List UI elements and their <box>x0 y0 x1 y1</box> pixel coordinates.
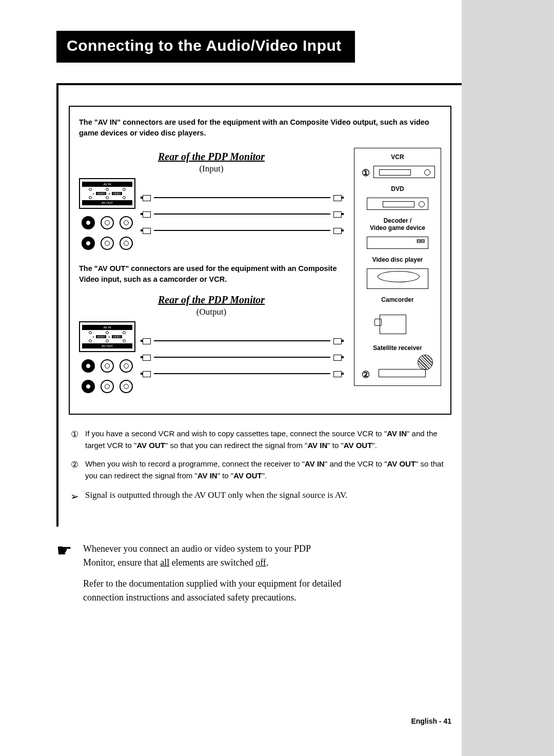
video-label: VIDEO <box>112 335 122 338</box>
camcorder-icon <box>374 308 421 337</box>
page-title-box: Connecting to the Audio/Video Input <box>56 31 355 63</box>
rca-jack-icon <box>101 216 114 229</box>
device-list: VCR ① DVD Decoder / Video game device Vi… <box>354 148 441 386</box>
video-label: VIDEO <box>112 192 122 195</box>
panel-label-box: AV IN ● AUDIO ● VIDEO AV OUT <box>79 321 135 352</box>
av-in-label: AV IN <box>82 325 132 330</box>
panel-label-box: AV IN ● AUDIO ● VIDEO AV OUT <box>79 178 135 209</box>
arrow-icon: ➢ <box>69 489 80 504</box>
r-icon: ● <box>108 192 110 195</box>
device-list-column: VCR ① DVD Decoder / Video game device Vi… <box>354 148 441 404</box>
diagram-columns: Rear of the PDP Monitor (Input) AV IN ● … <box>79 148 441 404</box>
rca-jack-icon <box>120 359 133 373</box>
footer-text: Whenever you connect an audio or video s… <box>83 542 344 605</box>
l-icon: ● <box>92 192 94 195</box>
diagram-left-column: Rear of the PDP Monitor (Input) AV IN ● … <box>79 148 344 404</box>
notes-list: ① If you have a second VCR and wish to c… <box>69 428 451 504</box>
av-in-label: AV IN <box>82 182 132 187</box>
page-gray-margin <box>462 0 554 756</box>
rca-jack-icon <box>120 380 133 393</box>
rca-jack-icon <box>82 216 95 229</box>
rca-jack-icon <box>101 380 114 393</box>
rca-plug-icon <box>141 370 154 377</box>
av-out-description: The "AV OUT" connectors are used for the… <box>79 263 344 285</box>
note-3: ➢ Signal is outputted through the AV OUT… <box>69 489 451 504</box>
inner-frame: The "AV IN" connectors are used for the … <box>69 106 451 415</box>
rca-jack-icon <box>120 216 133 229</box>
rca-jack-icon <box>82 359 95 373</box>
rca-jack-icon <box>82 380 95 393</box>
vcr-icon <box>373 166 435 178</box>
rear-title-input: Rear of the PDP Monitor <box>79 151 344 163</box>
rca-plug-icon <box>141 194 154 201</box>
l-icon: ● <box>92 335 94 338</box>
rear-panel-output: AV IN ● AUDIO ● VIDEO AV OUT <box>79 321 135 393</box>
rca-jack-icon <box>82 237 95 250</box>
device-dvd-label: DVD <box>391 185 404 192</box>
audio-label: AUDIO <box>96 192 106 195</box>
rca-plug-icon <box>330 194 344 201</box>
device-sat-label: Satellite receiver <box>373 344 422 352</box>
rca-plug-icon <box>330 354 344 361</box>
output-diagram: AV IN ● AUDIO ● VIDEO AV OUT <box>79 321 344 393</box>
dvd-icon <box>367 198 428 210</box>
av-out-label: AV OUT <box>82 343 132 348</box>
rca-plug-icon <box>141 227 154 234</box>
rca-plug-icon <box>330 337 344 344</box>
output-label: (Output) <box>79 307 344 317</box>
callout-2-icon: ② <box>360 369 371 380</box>
main-frame: The "AV IN" connectors are used for the … <box>56 83 462 527</box>
rca-jack-icon <box>120 237 133 250</box>
r-icon: ● <box>108 335 110 338</box>
rear-title-output: Rear of the PDP Monitor <box>79 294 344 306</box>
hand-icon: ☛ <box>56 542 72 559</box>
rca-plug-icon <box>330 370 344 377</box>
page-number: English - 41 <box>411 717 451 725</box>
note-1: ① If you have a second VCR and wish to c… <box>69 428 451 451</box>
device-decoder-label: Decoder / Video game device <box>370 217 425 231</box>
audio-label: AUDIO <box>96 335 106 338</box>
rca-plug-icon <box>141 354 154 361</box>
footer-note: ☛ Whenever you connect an audio or video… <box>56 542 344 605</box>
input-diagram: AV IN ● AUDIO ● VIDEO AV OUT <box>79 178 344 250</box>
rca-plug-icon <box>141 210 154 218</box>
callout-2-marker: ② <box>69 458 80 481</box>
callout-1-marker: ① <box>69 428 80 451</box>
page-title: Connecting to the Audio/Video Input <box>67 37 342 54</box>
input-label: (Input) <box>79 164 344 174</box>
rca-jack-icon <box>101 237 114 250</box>
device-cam-label: Camcorder <box>381 296 413 303</box>
note-2-text: When you wish to record a programme, con… <box>85 458 451 481</box>
note-1-text: If you have a second VCR and wish to cop… <box>85 428 451 451</box>
rca-plug-icon <box>141 337 154 344</box>
cable-stack-input <box>141 188 344 240</box>
device-vcr-label: VCR <box>391 153 404 161</box>
disc-player-icon <box>367 268 428 289</box>
callout-1-icon: ① <box>360 167 371 179</box>
cable-stack-output <box>141 331 344 383</box>
rca-plug-icon <box>330 210 344 218</box>
rear-panel-input: AV IN ● AUDIO ● VIDEO AV OUT <box>79 178 135 250</box>
av-out-label: AV OUT <box>82 200 132 205</box>
note-2: ② When you wish to record a programme, c… <box>69 458 451 481</box>
av-in-description: The "AV IN" connectors are used for the … <box>79 117 441 139</box>
satellite-icon <box>373 357 435 377</box>
page-content: Connecting to the Audio/Video Input The … <box>0 0 462 605</box>
device-disc-label: Video disc player <box>372 256 423 263</box>
decoder-icon <box>367 237 428 249</box>
note-3-text: Signal is outputted through the AV OUT o… <box>85 489 347 504</box>
rca-jack-icon <box>101 359 114 373</box>
rca-plug-icon <box>330 227 344 234</box>
